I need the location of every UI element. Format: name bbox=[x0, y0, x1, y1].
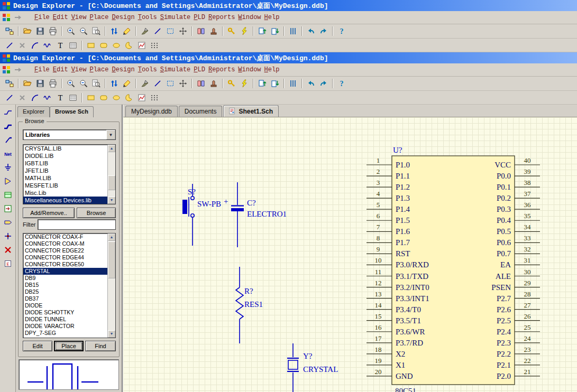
lightning-icon[interactable] bbox=[238, 25, 251, 37]
text-icon[interactable]: T bbox=[54, 92, 67, 104]
library-icon[interactable] bbox=[195, 25, 207, 37]
component-item[interactable]: DIODE bbox=[23, 302, 115, 309]
menu-simulate[interactable]: Simulate bbox=[159, 65, 193, 74]
menu-reports[interactable]: Reports bbox=[207, 65, 236, 74]
explorer-toggle-icon[interactable] bbox=[3, 78, 16, 89]
port-icon[interactable] bbox=[2, 217, 14, 228]
save-icon[interactable] bbox=[34, 25, 47, 37]
component-item[interactable]: DPY_7-SEG bbox=[23, 330, 115, 337]
align-icon[interactable] bbox=[287, 78, 299, 89]
menu-reports[interactable]: Reports bbox=[207, 13, 236, 22]
rect-icon[interactable] bbox=[85, 40, 97, 51]
component-item[interactable]: CONNECTOR EDGE50 bbox=[23, 261, 115, 268]
sheet-symbol-icon[interactable] bbox=[2, 189, 14, 201]
copy-up-icon[interactable] bbox=[256, 78, 269, 89]
scroll-up-icon[interactable]: ▲ bbox=[108, 234, 115, 241]
cross-probe-icon[interactable] bbox=[108, 78, 121, 89]
schematic-canvas[interactable]: S?SW-PB +C?ELECTRO1 R?RES1 Y?CRYSTALU?1P… bbox=[123, 117, 577, 392]
find-button[interactable]: Find bbox=[85, 341, 116, 351]
menu-view[interactable]: View bbox=[70, 65, 88, 74]
help-icon[interactable]: ? bbox=[335, 25, 348, 37]
delete-icon[interactable] bbox=[16, 40, 29, 51]
copy-down-icon[interactable] bbox=[269, 25, 281, 37]
component-item[interactable]: CRYSTAL bbox=[23, 268, 115, 275]
tab-explorer[interactable]: Explorer bbox=[17, 106, 50, 117]
menu-pld[interactable]: PLD bbox=[192, 65, 207, 74]
document-icon[interactable] bbox=[2, 13, 11, 22]
scrollbar-thumb[interactable] bbox=[108, 175, 115, 190]
line-icon[interactable] bbox=[151, 25, 164, 37]
document-icon[interactable] bbox=[2, 66, 11, 74]
place-button[interactable]: Place bbox=[54, 341, 84, 351]
component-item[interactable]: DB15 bbox=[23, 282, 115, 288]
library-item[interactable]: MESFET.LIB bbox=[23, 182, 115, 189]
key-icon[interactable] bbox=[225, 78, 238, 89]
zoom-document-icon[interactable] bbox=[90, 78, 103, 89]
component-list-scrollbar[interactable]: ▲ ▼ bbox=[107, 234, 115, 338]
tab-documents[interactable]: Documents bbox=[179, 106, 223, 117]
redo-icon[interactable] bbox=[317, 25, 330, 37]
library-item[interactable]: MATH.LIB bbox=[23, 174, 115, 182]
pie-icon[interactable] bbox=[123, 40, 135, 51]
copy-up-icon[interactable] bbox=[256, 25, 269, 37]
menu-tools[interactable]: Tools bbox=[136, 13, 159, 22]
key-icon[interactable] bbox=[225, 25, 238, 37]
component-item[interactable]: DIODE VARACTOR bbox=[23, 323, 115, 330]
knife-icon[interactable] bbox=[139, 25, 151, 37]
menu-place[interactable]: Place bbox=[88, 65, 110, 74]
menu-help[interactable]: Help bbox=[263, 65, 281, 74]
table-icon[interactable] bbox=[67, 40, 79, 51]
bus-icon[interactable] bbox=[2, 120, 14, 132]
rect-icon[interactable] bbox=[85, 92, 97, 104]
menu-design[interactable]: Design bbox=[110, 13, 136, 22]
library-item[interactable]: DIODE.LIB bbox=[23, 152, 115, 160]
wave-icon[interactable] bbox=[41, 92, 54, 104]
no-erc-icon[interactable] bbox=[2, 244, 14, 256]
nav-arrow-icon[interactable] bbox=[14, 66, 22, 74]
library-item[interactable]: IGBT.LIB bbox=[23, 160, 115, 167]
copy-down-icon[interactable] bbox=[269, 78, 281, 89]
print-icon[interactable] bbox=[47, 78, 59, 89]
draw-line-icon[interactable] bbox=[3, 40, 16, 51]
undo-icon[interactable] bbox=[305, 25, 317, 37]
zoom-out-icon[interactable] bbox=[77, 25, 90, 37]
menu-file[interactable]: File bbox=[33, 65, 51, 74]
sheet-entry-icon[interactable] bbox=[2, 203, 14, 214]
text-icon[interactable]: T bbox=[54, 40, 67, 51]
power-port-icon[interactable] bbox=[2, 162, 14, 173]
capacitor-symbol[interactable] bbox=[231, 182, 244, 247]
tab-mydesign-ddb[interactable]: MyDesign.ddb bbox=[125, 106, 178, 117]
directive-icon[interactable]: E bbox=[2, 258, 14, 269]
cross-probe-icon[interactable] bbox=[108, 25, 121, 37]
crystal-symbol[interactable] bbox=[287, 343, 299, 392]
zoom-document-icon[interactable] bbox=[90, 25, 103, 37]
chart-icon[interactable] bbox=[135, 92, 148, 104]
selection-icon[interactable] bbox=[164, 78, 177, 89]
save-icon[interactable] bbox=[34, 78, 47, 89]
pie-icon[interactable] bbox=[123, 92, 135, 104]
net-label-icon[interactable]: Net bbox=[2, 148, 14, 160]
component-item[interactable]: DB37 bbox=[23, 295, 115, 302]
menu-simulate[interactable]: Simulate bbox=[159, 13, 193, 22]
undo-icon[interactable] bbox=[305, 78, 317, 89]
help-icon[interactable]: ? bbox=[335, 78, 348, 89]
menu-help[interactable]: Help bbox=[263, 13, 281, 22]
menu-view[interactable]: View bbox=[70, 13, 88, 22]
edit-button[interactable]: Edit bbox=[23, 341, 52, 351]
wire-icon[interactable] bbox=[2, 107, 14, 118]
filter-input[interactable] bbox=[38, 219, 116, 230]
library-list[interactable]: CRYSTAL.LIBDIODE.LIBIGBT.LIBJFET.LIBMATH… bbox=[23, 144, 116, 204]
menu-window[interactable]: Window bbox=[236, 13, 262, 22]
browse-mode-select[interactable]: Libraries ▼ bbox=[23, 129, 116, 140]
open-icon[interactable] bbox=[21, 78, 34, 89]
menu-pld[interactable]: PLD bbox=[192, 13, 207, 22]
resistor-symbol[interactable] bbox=[236, 267, 243, 343]
component-item[interactable]: CONNECTOR EDGE44 bbox=[23, 254, 115, 261]
explorer-toggle-icon[interactable] bbox=[3, 25, 16, 37]
wave-icon[interactable] bbox=[41, 40, 54, 51]
library-item[interactable]: JFET.LIB bbox=[23, 167, 115, 174]
nav-arrow-icon[interactable] bbox=[14, 13, 22, 22]
menu-window[interactable]: Window bbox=[236, 65, 262, 74]
arc-icon[interactable] bbox=[29, 92, 41, 104]
move-icon[interactable] bbox=[177, 78, 189, 89]
